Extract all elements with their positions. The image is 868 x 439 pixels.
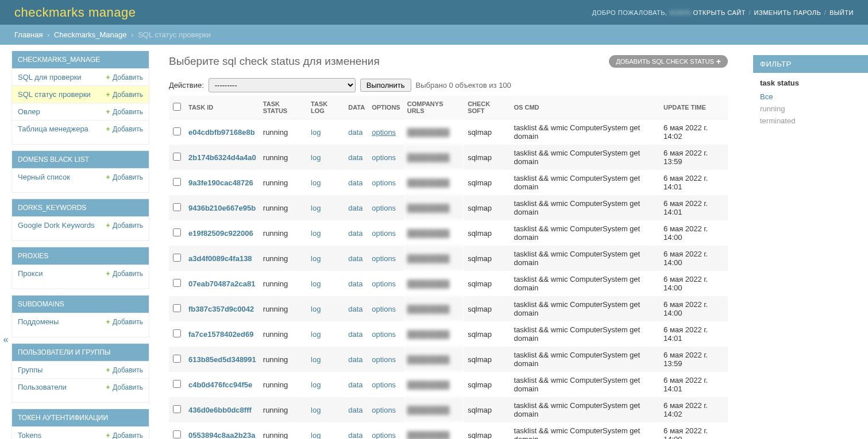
task-log-link[interactable]: log — [311, 128, 321, 137]
task-log-link[interactable]: log — [311, 178, 321, 187]
sidebar-item-link[interactable]: Пользователи — [18, 383, 67, 391]
sidebar-add-link[interactable]: + Добавить — [106, 108, 143, 116]
column-header[interactable]: TASK ID — [185, 96, 260, 119]
task-id-link[interactable]: fa7ce1578402ed69 — [188, 330, 254, 339]
task-log-link[interactable]: log — [311, 204, 321, 212]
row-checkbox[interactable] — [173, 279, 181, 287]
add-button[interactable]: ДОБАВИТЬ SQL CHECK STATUS + — [609, 55, 728, 68]
sidebar-item-link[interactable]: Группы — [18, 366, 43, 374]
sidebar-add-link[interactable]: + Добавить — [106, 173, 143, 181]
task-data-link[interactable]: data — [348, 279, 362, 288]
task-log-link[interactable]: log — [311, 153, 321, 162]
sidebar-add-link[interactable]: + Добавить — [106, 222, 143, 230]
task-options-link[interactable]: options — [372, 355, 396, 364]
task-log-link[interactable]: log — [311, 406, 321, 414]
sidebar-item-link[interactable]: Поддомены — [18, 317, 59, 326]
module-header[interactable]: CHECKMARKS_MANAGE — [12, 51, 149, 68]
task-data-link[interactable]: data — [348, 254, 362, 263]
column-header[interactable]: DATA — [345, 96, 368, 119]
row-checkbox[interactable] — [173, 153, 181, 161]
task-data-link[interactable]: data — [348, 406, 362, 414]
sidebar-add-link[interactable]: + Добавить — [106, 73, 143, 81]
filter-option[interactable]: terminated — [760, 116, 795, 125]
change-password-link[interactable]: ИЗМЕНИТЬ ПАРОЛЬ — [754, 9, 821, 16]
task-options-link[interactable]: options — [372, 153, 396, 162]
row-checkbox[interactable] — [173, 430, 181, 438]
site-title[interactable]: checkmarks manage — [14, 5, 136, 20]
action-select[interactable]: --------- — [209, 78, 356, 92]
task-id-link[interactable]: 9a3fe190cac48726 — [188, 178, 253, 187]
sidebar-item-link[interactable]: Tokens — [18, 431, 41, 439]
sidebar-add-link[interactable]: + Добавить — [106, 366, 143, 374]
sidebar-add-link[interactable]: + Добавить — [106, 91, 143, 99]
breadcrumb-app[interactable]: Checkmarks_Manage — [54, 30, 126, 39]
breadcrumb-home[interactable]: Главная — [14, 30, 43, 39]
sidebar-add-link[interactable]: + Добавить — [106, 270, 143, 278]
task-log-link[interactable]: log — [311, 431, 321, 440]
column-header[interactable]: OS CMD — [511, 96, 661, 119]
task-options-link[interactable]: options — [372, 406, 396, 414]
task-data-link[interactable]: data — [348, 305, 362, 313]
row-checkbox[interactable] — [173, 127, 181, 135]
task-id-link[interactable]: 436d0e6bb0dc8fff — [188, 406, 252, 414]
sidebar-item-link[interactable]: Овлер — [18, 107, 40, 116]
task-data-link[interactable]: data — [348, 204, 362, 212]
task-data-link[interactable]: data — [348, 229, 362, 238]
sidebar-item-link[interactable]: Черный список — [18, 173, 70, 181]
column-header[interactable] — [169, 96, 185, 119]
task-id-link[interactable]: e19f82509c922006 — [188, 229, 253, 238]
task-options-link[interactable]: options — [372, 254, 396, 263]
task-options-link[interactable]: options — [372, 178, 396, 187]
task-data-link[interactable]: data — [348, 330, 362, 339]
task-id-link[interactable]: c4b0d476fcc94f5e — [188, 380, 252, 389]
task-options-link[interactable]: options — [372, 204, 396, 212]
task-log-link[interactable]: log — [311, 305, 321, 313]
task-options-link[interactable]: options — [372, 229, 396, 238]
filter-option[interactable]: Все — [760, 92, 773, 101]
row-checkbox[interactable] — [173, 405, 181, 413]
column-header[interactable]: OPTIONS — [368, 96, 404, 119]
task-options-link[interactable]: options — [372, 279, 396, 288]
task-id-link[interactable]: 07eab70487a2ca81 — [188, 279, 255, 288]
task-log-link[interactable]: log — [311, 229, 321, 238]
row-checkbox[interactable] — [173, 254, 181, 262]
task-data-link[interactable]: data — [348, 431, 362, 440]
task-log-link[interactable]: log — [311, 380, 321, 389]
module-header[interactable]: ПОЛЬЗОВАТЕЛИ И ГРУППЫ — [12, 344, 149, 361]
row-checkbox[interactable] — [173, 380, 181, 388]
select-all-checkbox[interactable] — [173, 103, 181, 111]
column-header[interactable]: CHECK SOFT — [464, 96, 510, 119]
action-go-button[interactable]: Выполнить — [360, 79, 411, 92]
module-header[interactable]: DOMENS BLACK LIST — [12, 151, 149, 168]
task-id-link[interactable]: 9436b210e667e95b — [188, 204, 256, 212]
task-id-link[interactable]: e04cdbfb97168e8b — [188, 128, 255, 137]
task-data-link[interactable]: data — [348, 355, 362, 364]
sidebar-add-link[interactable]: + Добавить — [106, 383, 143, 391]
task-id-link[interactable]: 613b85ed5d348991 — [188, 355, 256, 364]
filter-option[interactable]: running — [760, 104, 785, 113]
sidebar-item-link[interactable]: Прокси — [18, 269, 43, 278]
task-id-link[interactable]: fb387c357d9c0042 — [188, 305, 254, 313]
module-header[interactable]: DORKS_KEYWORDS — [12, 199, 149, 216]
sidebar-item-link[interactable]: SQL статус проверки — [18, 90, 91, 99]
task-data-link[interactable]: data — [348, 178, 362, 187]
row-checkbox[interactable] — [173, 304, 181, 312]
task-id-link[interactable]: a3d4f0089c4fa138 — [188, 254, 252, 263]
row-checkbox[interactable] — [173, 203, 181, 211]
row-checkbox[interactable] — [173, 329, 181, 337]
row-checkbox[interactable] — [173, 355, 181, 363]
task-options-link[interactable]: options — [372, 431, 396, 440]
sidebar-add-link[interactable]: + Добавить — [106, 318, 143, 326]
sidebar-item-link[interactable]: Таблица менеджера — [18, 125, 88, 133]
task-data-link[interactable]: data — [348, 153, 362, 162]
column-header[interactable]: COMPANYS URLS — [404, 96, 464, 119]
column-header[interactable]: TASK LOG — [307, 96, 345, 119]
task-data-link[interactable]: data — [348, 380, 362, 389]
task-log-link[interactable]: log — [311, 330, 321, 339]
task-log-link[interactable]: log — [311, 254, 321, 263]
view-site-link[interactable]: ОТКРЫТЬ САЙТ — [693, 9, 745, 16]
task-id-link[interactable]: 2b174b6324d4a4a0 — [188, 153, 256, 162]
column-header[interactable]: UPDATE TIME — [660, 96, 728, 119]
sidebar-toggle[interactable]: « — [0, 45, 11, 439]
sidebar-item-link[interactable]: SQL для проверки — [18, 73, 82, 81]
